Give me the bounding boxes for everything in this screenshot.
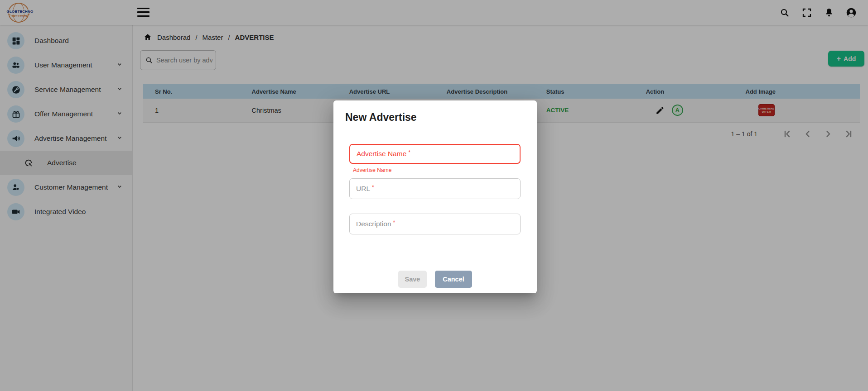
- cancel-button[interactable]: Cancel: [435, 271, 472, 288]
- dialog-title: New Advertise: [345, 111, 417, 124]
- required-asterisk: *: [372, 184, 374, 191]
- app-window: GLOBTECHNO SOFTWARE Dashb: [0, 0, 868, 391]
- description-input[interactable]: Description *: [349, 214, 521, 234]
- required-asterisk: *: [393, 219, 395, 226]
- advertise-name-error-text: Advertise Name: [353, 167, 391, 173]
- url-input[interactable]: URL *: [349, 178, 521, 199]
- save-button[interactable]: Save: [398, 271, 427, 288]
- new-advertise-dialog: New Advertise Advertise Name * Advertise…: [333, 100, 537, 293]
- required-asterisk: *: [408, 149, 410, 156]
- advertise-name-input[interactable]: Advertise Name *: [349, 144, 521, 164]
- dialog-actions: Save Cancel: [398, 271, 472, 288]
